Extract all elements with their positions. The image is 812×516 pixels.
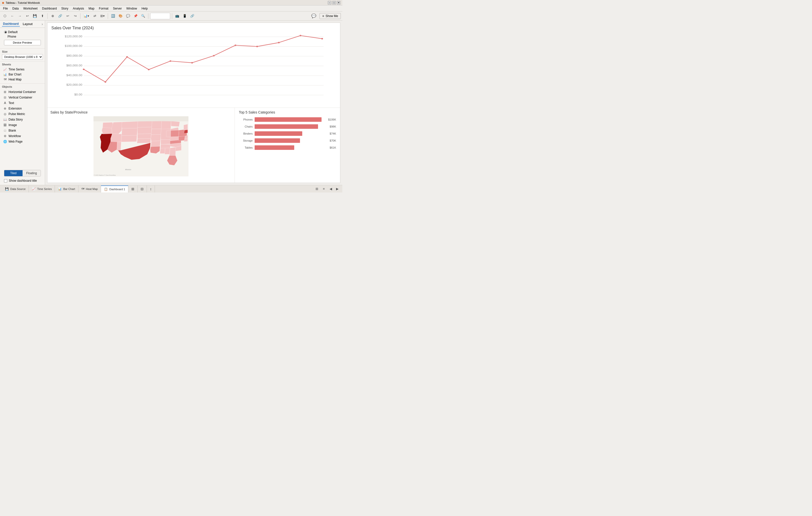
- tab-copy-sheet[interactable]: ⊟: [138, 185, 147, 193]
- svg-point-18: [170, 60, 171, 62]
- state-ia: [151, 129, 162, 135]
- object-vertical-container[interactable]: ⊟ Vertical Container: [2, 95, 43, 100]
- floating-button[interactable]: Floating: [23, 170, 41, 176]
- tab-time-series[interactable]: 📈 Time Series: [29, 185, 55, 193]
- tab-dashboard-1[interactable]: 📋 Dashboard 1: [101, 185, 128, 193]
- svg-point-17: [148, 69, 150, 70]
- object-extension[interactable]: ⊕ Extension: [2, 106, 43, 111]
- minimize-button[interactable]: –: [328, 1, 331, 4]
- dashboard-tab-label: Dashboard 1: [109, 188, 125, 191]
- back-button[interactable]: ←: [9, 13, 16, 19]
- line-chart-svg: $120,000.00 $100,000.00 $80,000.00 $60,0…: [65, 34, 325, 97]
- label-button[interactable]: 🔤: [110, 13, 116, 19]
- undo-button[interactable]: ↩: [64, 13, 71, 19]
- sidebar-item-heat-map[interactable]: 🗺 Heat Map: [2, 77, 43, 82]
- device-button[interactable]: 📱: [181, 13, 188, 19]
- tab-heat-map[interactable]: 🗺 Heat Map: [79, 185, 101, 193]
- chart-type-button[interactable]: 📊▾: [82, 13, 90, 19]
- object-web-page[interactable]: 🌐 Web Page: [2, 139, 43, 144]
- size-label: Size: [2, 50, 43, 53]
- horizontal-container-icon: ⊞: [3, 90, 7, 94]
- collapse-sidebar-button[interactable]: ›: [41, 22, 43, 26]
- device-preview-button[interactable]: Device Preview: [4, 40, 41, 45]
- pin-button[interactable]: 📌: [132, 13, 139, 19]
- size-select[interactable]: Desktop Browser (1000 x 8...: [2, 54, 43, 60]
- separator-1: [47, 13, 48, 19]
- svg-text:$80,000.00: $80,000.00: [66, 54, 83, 57]
- maximize-button[interactable]: □: [332, 1, 336, 4]
- menu-format[interactable]: Format: [97, 6, 111, 11]
- ask-data-icon[interactable]: 💬: [310, 13, 318, 19]
- tab-add-sheet[interactable]: ⊞: [128, 185, 138, 193]
- default-device-item[interactable]: Default: [2, 30, 43, 34]
- tooltip-button[interactable]: 💬: [125, 13, 131, 19]
- tableau-home-icon[interactable]: ⬡: [1, 13, 8, 19]
- menu-data[interactable]: Data: [10, 6, 21, 11]
- menu-file[interactable]: File: [1, 6, 10, 11]
- menu-analysis[interactable]: Analysis: [71, 6, 86, 11]
- show-dashboard-title-row[interactable]: Show dashboard title: [2, 178, 43, 183]
- pulse-metric-label: Pulse Metric: [8, 112, 25, 116]
- share-button[interactable]: 🔗: [189, 13, 196, 19]
- extension-icon: ⊕: [3, 107, 7, 111]
- swap-button[interactable]: ⇄: [91, 13, 98, 19]
- menu-window[interactable]: Window: [124, 6, 139, 11]
- object-horizontal-container[interactable]: ⊞ Horizontal Container: [2, 89, 43, 95]
- next-page-button[interactable]: ▶: [334, 186, 340, 192]
- status-bar-right: ⊞ ≡ ◀ ▶: [314, 186, 340, 192]
- phone-item[interactable]: Phone: [2, 34, 43, 39]
- state-or: [102, 127, 112, 134]
- tab-layout[interactable]: Layout: [22, 22, 34, 26]
- object-pulse-metric[interactable]: ◎ Pulse Metric: [2, 111, 43, 117]
- tab-bar-chart[interactable]: 📊 Bar Chart: [55, 185, 78, 193]
- object-blank[interactable]: □ Blank: [2, 128, 43, 133]
- bar-fill-chairs: [255, 124, 318, 129]
- menu-server[interactable]: Server: [111, 6, 124, 11]
- data-button[interactable]: 🔗: [57, 13, 63, 19]
- sidebar-item-bar-chart[interactable]: 📊 Bar Chart: [2, 72, 43, 77]
- forward-button[interactable]: →: [17, 13, 23, 19]
- bar-label-tables: Tables: [239, 146, 253, 149]
- search-button[interactable]: 🔍: [140, 13, 146, 19]
- format-button[interactable]: 🎨: [117, 13, 124, 19]
- tab-move-sheet[interactable]: ↕: [147, 185, 155, 193]
- bar-value-binders: $74K: [329, 132, 336, 135]
- tab-data-source[interactable]: 💾 Data Source: [2, 185, 29, 193]
- object-workflow[interactable]: ⚙ Workflow: [2, 133, 43, 139]
- svg-text:May: May: [167, 97, 173, 97]
- object-text[interactable]: A Text: [2, 100, 43, 106]
- menu-help[interactable]: Help: [140, 6, 150, 11]
- workflow-icon: ⚙: [3, 134, 7, 138]
- undo-split-button[interactable]: ↩: [24, 13, 31, 19]
- presentation-button[interactable]: 📺: [174, 13, 180, 19]
- menu-story[interactable]: Story: [59, 6, 70, 11]
- time-series-icon: 📈: [3, 67, 7, 71]
- fit-button[interactable]: ⊞▾: [99, 13, 106, 19]
- tiled-button[interactable]: Tiled: [4, 170, 23, 176]
- object-image[interactable]: 🖼 Image: [2, 122, 43, 128]
- show-title-label: Show dashboard title: [9, 179, 37, 182]
- bar-outer-chairs: [255, 124, 326, 129]
- line-chart-title: Sales Over Time (2024): [51, 26, 336, 30]
- menu-dashboard[interactable]: Dashboard: [40, 6, 59, 11]
- save-button[interactable]: 💾: [32, 13, 38, 19]
- object-data-story[interactable]: 📖 Data Story: [2, 117, 43, 122]
- tab-dashboard[interactable]: Dashboard: [2, 22, 20, 27]
- bar-outer-phones: [255, 117, 325, 122]
- prev-page-button[interactable]: ◀: [328, 186, 334, 192]
- sidebar-item-time-series[interactable]: 📈 Time Series: [2, 67, 43, 72]
- bar-fill-tables: [255, 145, 294, 150]
- export-button[interactable]: ⬆: [39, 13, 46, 19]
- view-button[interactable]: [150, 13, 170, 19]
- show-me-button[interactable]: ≡ Show Me: [320, 13, 341, 19]
- close-button[interactable]: ✕: [337, 1, 340, 4]
- redo-button[interactable]: ↪: [72, 13, 79, 19]
- grid-view-button[interactable]: ⊞: [314, 186, 320, 192]
- svg-text:August: August: [231, 97, 240, 97]
- show-title-checkbox[interactable]: [4, 179, 7, 182]
- svg-point-16: [126, 56, 128, 58]
- list-view-button[interactable]: ≡: [321, 186, 327, 192]
- menu-map[interactable]: Map: [86, 6, 96, 11]
- new-datasource-button[interactable]: ⊕: [49, 13, 56, 19]
- menu-worksheet[interactable]: Worksheet: [21, 6, 39, 11]
